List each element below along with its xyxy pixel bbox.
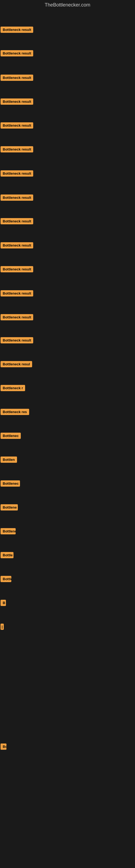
bottleneck-badge[interactable]: Bottleneck result: [1, 266, 33, 272]
bottleneck-badge[interactable]: Bottlen: [1, 457, 17, 463]
bottleneck-badge[interactable]: Bottleneck result: [1, 290, 33, 297]
bottleneck-item: Bottlenec: [1, 480, 20, 488]
bottleneck-badge[interactable]: Bottleneck r: [1, 528, 16, 534]
bottleneck-badge[interactable]: Bottleneck result: [1, 218, 33, 224]
bottleneck-badge[interactable]: Bottleneck result: [1, 98, 33, 105]
bottleneck-badge[interactable]: Bottleneck result: [1, 146, 33, 152]
bottleneck-badge[interactable]: Bottlenec: [1, 433, 21, 439]
bottleneck-item: Bottleneck r: [1, 385, 25, 392]
bottleneck-badge[interactable]: |: [1, 624, 4, 630]
bottleneck-badge[interactable]: Bottle: [1, 552, 13, 558]
bottleneck-item: Bottleneck result: [1, 74, 33, 82]
bottleneck-item: Bo: [1, 744, 6, 751]
bottleneck-item: Bottlenec: [1, 576, 11, 583]
bottleneck-item: Bottle: [1, 552, 13, 559]
bottleneck-item: Bottlen: [1, 457, 17, 464]
bottleneck-item: Bottleneck result: [1, 27, 33, 34]
bottleneck-badge[interactable]: Bottleneck result: [1, 242, 33, 248]
bottleneck-item: Bottleneck result: [1, 314, 33, 321]
bottleneck-item: Bottleneck result: [1, 218, 33, 225]
bottleneck-badge[interactable]: Bottleneck res: [1, 409, 29, 415]
bottleneck-item: Bottleneck result: [1, 170, 33, 178]
bottleneck-badge[interactable]: Bottleneck result: [1, 50, 33, 56]
bottleneck-item: Bottleneck result: [1, 146, 33, 154]
bottleneck-badge[interactable]: B: [1, 600, 6, 606]
bottleneck-badge[interactable]: Bottlenec: [1, 576, 11, 582]
bottleneck-item: Bottleneck result: [1, 122, 33, 130]
bottleneck-badge[interactable]: Bottleneck result: [1, 194, 33, 201]
bottleneck-item: |: [1, 624, 4, 631]
bottleneck-badge[interactable]: Bottleneck result: [1, 74, 33, 81]
bottleneck-badge[interactable]: Bottleneck result: [1, 337, 33, 343]
bottleneck-badge[interactable]: Bottleneck result: [1, 314, 33, 320]
bottleneck-badge[interactable]: Bottlene: [1, 504, 18, 510]
bottleneck-badge[interactable]: Bottleneck result: [1, 27, 33, 33]
bottleneck-item: Bottlenec: [1, 433, 21, 440]
bottleneck-item: Bottleneck result: [1, 266, 33, 273]
bottleneck-badge[interactable]: Bo: [1, 744, 6, 750]
bottleneck-badge[interactable]: Bottlenec: [1, 480, 20, 487]
bottleneck-item: Bottleneck result: [1, 98, 33, 106]
bottleneck-badge[interactable]: Bottleneck resul: [1, 361, 32, 367]
bottleneck-item: Bottleneck result: [1, 290, 33, 298]
bottleneck-badge[interactable]: Bottleneck r: [1, 385, 25, 391]
bottleneck-item: Bottleneck resul: [1, 361, 32, 368]
bottleneck-item: Bottleneck result: [1, 337, 33, 344]
site-header: TheBottlenecker.com: [0, 0, 135, 11]
bottleneck-badge[interactable]: Bottleneck result: [1, 170, 33, 177]
bottleneck-list: Bottleneck resultBottleneck resultBottle…: [0, 11, 135, 868]
bottleneck-item: Bottlene: [1, 504, 18, 512]
site-title: TheBottlenecker.com: [0, 0, 135, 11]
bottleneck-badge[interactable]: Bottleneck result: [1, 122, 33, 129]
bottleneck-item: Bottleneck result: [1, 194, 33, 202]
bottleneck-item: B: [1, 600, 6, 607]
bottleneck-item: Bottleneck result: [1, 242, 33, 250]
bottleneck-item: Bottleneck res: [1, 409, 29, 416]
bottleneck-item: Bottleneck r: [1, 528, 16, 535]
bottleneck-item: Bottleneck result: [1, 50, 33, 58]
